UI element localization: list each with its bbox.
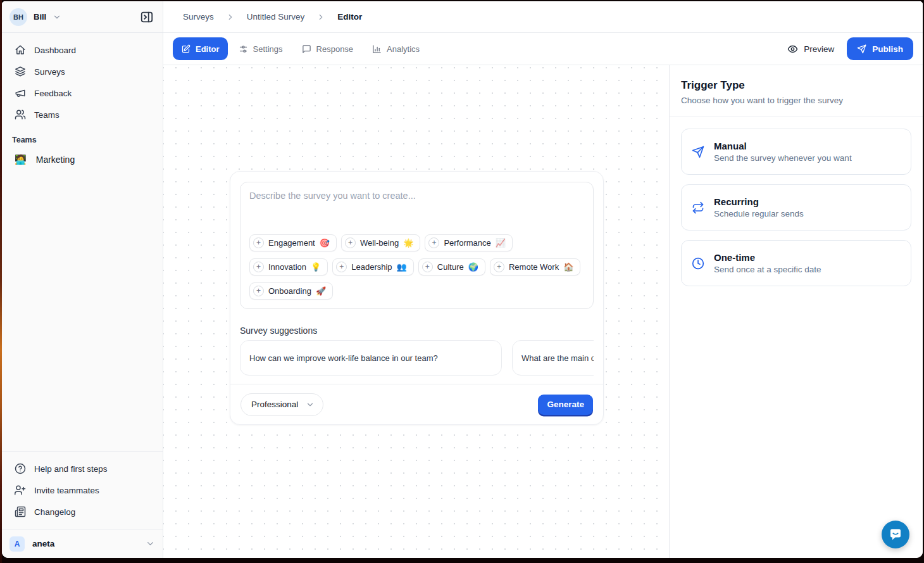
tab-analytics[interactable]: Analytics [364,37,428,60]
clock-icon [692,257,704,270]
sliders-icon [239,44,248,54]
sidebar-item-teams[interactable]: Teams [9,104,155,125]
sidebar-item-label: Surveys [34,67,65,77]
trigger-option-title: Recurring [714,196,804,207]
megaphone-icon [15,87,26,99]
trigger-option-text: One-time Send once at a specific date [714,252,821,274]
help-circle-icon [15,463,26,474]
generate-button[interactable]: Generate [538,395,593,415]
chip-label: Performance [444,238,490,248]
suggestion-card[interactable]: How can we improve work-life balance in … [240,340,502,376]
trigger-option-description: Send once at a specific date [714,265,821,274]
trigger-option-title: Manual [714,141,852,151]
chevron-right-icon [226,13,235,22]
topic-chip-onboarding[interactable]: + Onboarding 🚀 [249,282,333,300]
sidebar-item-dashboard[interactable]: Dashboard [9,39,155,61]
breadcrumb-survey-name[interactable]: Untitled Survey [247,12,305,22]
collapse-sidebar-button[interactable] [139,9,155,25]
topic-chip-culture[interactable]: + Culture 🌍 [418,258,485,275]
sidebar-item-invite[interactable]: Invite teammates [9,479,155,501]
trigger-options: Manual Send the survey whenever you want… [670,117,923,298]
sidebar-nav: Dashboard Surveys Feedback Teams [2,33,163,125]
user-menu[interactable]: A aneta [2,529,163,558]
tab-editor[interactable]: Editor [173,37,228,60]
tone-select[interactable]: Professional [240,393,323,416]
chip-label: Well-being [360,238,399,248]
chip-label: Engagement [268,238,315,248]
chip-label: Remote Work [509,262,559,272]
content-area: + Engagement 🎯 + Well-being 🌟 [163,65,923,558]
trigger-option-one-time[interactable]: One-time Send once at a specific date [681,240,911,286]
dart-emoji-icon: 🎯 [320,238,330,248]
people-emoji-icon: 👥 [397,262,407,272]
breadcrumb-current: Editor [337,12,362,22]
sidebar-item-help[interactable]: Help and first steps [9,458,155,479]
repeat-icon [692,201,704,214]
trigger-panel-header: Trigger Type Choose how you want to trig… [670,65,923,117]
sidebar-item-label: Dashboard [34,46,76,55]
tab-response[interactable]: Response [294,37,362,60]
publish-button[interactable]: Publish [847,37,913,60]
trigger-option-manual[interactable]: Manual Send the survey whenever you want [681,129,911,175]
tone-value: Professional [251,400,298,409]
topic-chip-wellbeing[interactable]: + Well-being 🌟 [341,234,420,251]
breadcrumb-surveys[interactable]: Surveys [183,12,214,22]
chip-label: Onboarding [268,286,311,296]
sidebar-item-label: Changelog [34,507,75,517]
pencil-square-icon [181,44,190,54]
preview-label: Preview [804,44,834,54]
breadcrumb: Surveys Untitled Survey Editor [163,1,923,33]
topic-chip-performance[interactable]: + Performance 📈 [425,234,513,251]
plus-icon: + [494,262,504,272]
plus-icon: + [253,262,264,272]
message-square-icon [302,44,311,54]
user-avatar: A [9,536,25,552]
composer-top: + Engagement 🎯 + Well-being 🌟 [230,172,603,384]
team-name: Marketing [36,155,75,165]
suggestion-card[interactable]: What are the main ob [512,340,594,376]
bulb-emoji-icon: 💡 [311,262,321,272]
plus-icon: + [253,286,264,296]
topic-chip-engagement[interactable]: + Engagement 🎯 [249,234,337,251]
rocket-emoji-icon: 🚀 [316,286,326,296]
teams-section-label: Teams [2,125,163,149]
sidebar-item-surveys[interactable]: Surveys [9,61,155,82]
sidebar-item-changelog[interactable]: Changelog [9,501,155,522]
workspace-switcher[interactable]: BH Bill [2,1,163,33]
toolbar-actions: Preview Publish [787,37,913,60]
preview-button[interactable]: Preview [787,44,834,54]
layers-icon [15,66,26,77]
sidebar-item-label: Invite teammates [34,486,99,495]
chevron-down-icon [146,539,155,548]
sidebar-item-feedback[interactable]: Feedback [9,82,155,104]
eye-icon [787,44,798,54]
chevron-down-icon [306,400,315,409]
user-plus-icon [15,484,26,496]
globe-emoji-icon: 🌍 [468,262,478,272]
home-icon [15,44,26,56]
trigger-option-text: Recurring Schedule regular sends [714,196,804,218]
user-name: aneta [32,539,54,548]
composer-footer: Professional Generate [230,384,603,424]
topic-chip-leadership[interactable]: + Leadership 👥 [332,258,414,275]
trigger-option-description: Send the survey whenever you want [714,153,852,163]
suggestions-heading: Survey suggestions [240,326,594,336]
tab-settings[interactable]: Settings [230,37,291,60]
trigger-option-recurring[interactable]: Recurring Schedule regular sends [681,184,911,231]
newspaper-icon [15,506,26,517]
topic-chip-remote-work[interactable]: + Remote Work 🏠 [490,258,580,275]
survey-composer-card: + Engagement 🎯 + Well-being 🌟 [230,171,604,425]
survey-canvas[interactable]: + Engagement 🎯 + Well-being 🌟 [163,65,669,558]
trigger-option-text: Manual Send the survey whenever you want [714,141,852,163]
tab-label: Response [316,44,354,54]
plus-icon: + [336,262,347,272]
panel-title: Trigger Type [681,79,911,92]
sidebar-item-team-marketing[interactable]: 🧑‍💻 Marketing [2,149,163,170]
survey-description-input[interactable] [249,191,584,234]
send-icon [692,146,704,158]
workspace-name: Bill [34,12,46,22]
chat-launcher-button[interactable] [882,521,909,548]
topic-chip-innovation[interactable]: + Innovation 💡 [249,258,328,275]
sidebar-item-label: Feedback [34,89,72,98]
panel-collapse-icon [140,10,154,24]
